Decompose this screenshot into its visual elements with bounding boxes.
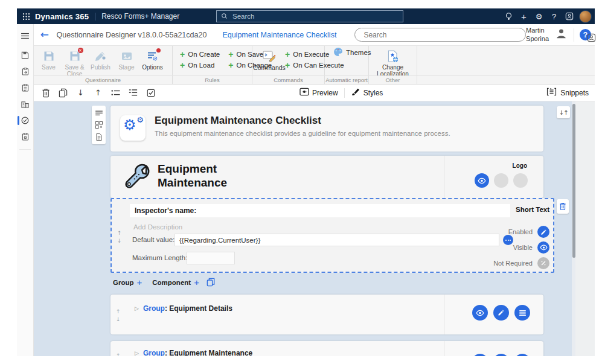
expand-triangle-icon[interactable]: ▷ [135,350,139,356]
form-title-card[interactable]: Equipment Maintenance Logo [110,156,543,198]
add-component-label: Component [152,279,191,286]
group-edit-pencil-button[interactable] [493,354,509,356]
divider [19,149,31,150]
sidebar-item-organization-icon[interactable] [17,96,33,112]
group-visible-eye-button[interactable] [472,354,488,356]
back-arrow-icon[interactable]: ← [40,30,50,40]
text-block-icon[interactable] [95,109,103,117]
questionnaire-subtitle: This equipment maintenance checklist pro… [155,130,450,137]
paste-component-icon[interactable] [207,278,215,287]
designer-search-input[interactable] [354,28,526,42]
delete-icon[interactable] [40,88,51,98]
group-title: Group: Equipment Maintenance [143,349,252,356]
commands-button[interactable]: Commands [255,48,284,71]
selected-question-block[interactable]: Add Description ↑↓ Default value: Maximu… [110,198,554,273]
enabled-toggle-pencil-icon[interactable] [537,226,549,238]
expand-triangle-icon[interactable]: ▷ [135,305,139,311]
checkbox-icon[interactable] [146,88,156,98]
user-avatar[interactable] [579,10,592,23]
person-icon[interactable] [554,27,568,43]
group-visible-eye-button[interactable] [472,305,488,321]
sidebar-item-clipboard-export-icon[interactable] [17,63,33,80]
save-and-close-button[interactable]: ✕ Save & Close [62,48,88,77]
on-create-button[interactable]: +On Create [180,50,220,58]
reorder-arrows[interactable]: ↑↓ [116,352,121,356]
sidebar-item-clipboard-settings-icon[interactable] [17,129,33,145]
add-group-label: Group [113,279,134,286]
plus-icon[interactable]: + [516,8,531,24]
grid-add-icon[interactable] [95,121,103,129]
lightbulb-icon[interactable] [501,8,516,24]
global-search-input[interactable] [231,12,399,21]
delete-question-button[interactable] [557,199,569,214]
app-window: Dynamics 365 Resco Forms+ Manager + ⚙ ? [17,8,595,356]
questionnaire-gears-icon: ⚙ ⚙ [120,115,146,141]
waffle-icon[interactable] [17,13,35,21]
logo-option-button[interactable] [494,173,508,188]
options-button[interactable]: Options [139,48,165,71]
group-card[interactable]: ↑↓ ▷ Group: Equipment Details [110,295,543,334]
add-description-placeholder[interactable]: Add Description [133,223,182,231]
feedback-icon[interactable] [587,33,596,45]
not-required-toggle-slash-icon[interactable] [537,257,549,269]
indent-list-icon[interactable] [128,88,138,98]
feedback-icon[interactable] [562,8,577,24]
on-load-button[interactable]: +On Load [180,61,220,69]
canvas-toolbar: ↓ ↑ Preview Styles Snippets [34,85,595,101]
global-search[interactable] [216,10,403,22]
search-icon [221,11,228,22]
logo-panel: Logo [444,156,543,198]
maximum-length-input[interactable] [187,252,235,264]
add-row: Group + Component + [113,278,215,287]
questionnaire-header-card[interactable]: ⚙ ⚙ Equipment Maintenance Checklist This… [110,106,543,152]
stage-button[interactable]: Stage [114,48,139,71]
group-edit-pencil-button[interactable] [493,305,509,321]
designer-title: Questionnaire Designer v18.0.0-55a21cda2… [57,31,207,39]
plus-icon: + [285,61,290,69]
logo-option-button[interactable] [513,173,528,188]
reorder-arrows[interactable]: ↑↓ [117,229,122,244]
add-component-button[interactable]: + [194,278,199,287]
ribbon-group-label: Rules [173,76,252,84]
group-title: Group: Equipment Details [143,304,232,313]
save-button[interactable]: Save [36,48,62,71]
preview-button[interactable]: Preview [299,88,338,98]
ribbon-group-label: Commands [252,76,324,84]
settings-gear-icon[interactable]: ⚙ [531,8,546,24]
group-menu-button[interactable] [514,305,530,321]
app-brand[interactable]: Dynamics 365 [35,12,89,21]
move-up-icon[interactable]: ↑ [93,88,103,98]
default-value-input[interactable] [175,234,499,246]
page-icon[interactable] [95,133,103,141]
move-down-icon[interactable]: ↓ [75,88,86,98]
bullet-list-icon[interactable] [110,88,121,98]
designer-canvas: ↓↑ ⚙ ⚙ Equipment Maintenance Checklist T… [34,101,595,356]
document-title-link[interactable]: Equipment Maintenance Checklist [222,31,336,39]
publish-button[interactable]: Publish [88,48,114,71]
reorder-sort-icon[interactable]: ↓↑ [557,106,570,118]
styles-button[interactable]: Styles [351,87,383,98]
form-title: Equipment Maintenance [158,162,227,190]
snippets-button[interactable]: Snippets [546,88,589,98]
move-up-icon: ↑ [116,352,121,356]
sidebar-item-clipboard-list-icon[interactable] [17,80,33,96]
sidebar-item-questionnaires-icon[interactable] [17,112,33,129]
help-icon[interactable]: ? [546,8,562,24]
options-icon [146,49,159,63]
duplicate-icon[interactable] [58,88,68,98]
menu-icon[interactable] [17,28,33,43]
ribbon-spacer [417,46,595,84]
add-group-button[interactable]: + [137,278,142,287]
group-menu-button[interactable] [514,354,530,356]
sidebar-item-save-icon[interactable] [17,47,33,63]
question-title-input[interactable] [130,204,510,217]
topbar-actions: + ⚙ ? [501,8,595,24]
divider [95,13,95,21]
scrollbar-thumb[interactable] [572,104,575,258]
group-card[interactable]: ↑↓ ▷ Group: Equipment Maintenance [110,341,543,356]
plus-icon: + [180,61,185,69]
change-localization-button[interactable]: Change Localization [374,48,412,77]
reorder-arrows[interactable]: ↑↓ [116,308,121,323]
logo-visible-eye-button[interactable] [475,173,489,188]
visible-toggle-eye-icon[interactable] [537,241,549,254]
